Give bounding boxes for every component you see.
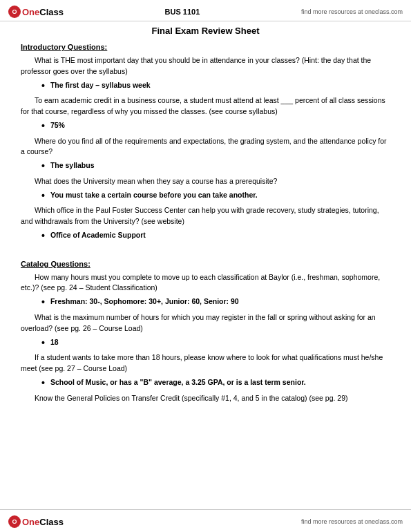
bullet-icon: •: [41, 120, 45, 132]
question-1: What is THE most important day that you …: [21, 55, 390, 77]
answer-3: • The syllabus: [41, 160, 390, 172]
footer-logo-class: Class: [39, 517, 64, 527]
page-header: O OneClass BUS 1101 find more resources …: [0, 0, 411, 21]
footer-link: find more resources at oneclass.com: [301, 518, 403, 525]
course-code: BUS 1101: [165, 8, 200, 16]
question-8: If a student wants to take more than 18 …: [21, 352, 390, 374]
logo-class: Class: [39, 7, 64, 17]
bullet-icon: •: [41, 160, 45, 172]
page-footer: O OneClass find more resources at onecla…: [0, 509, 411, 532]
logo-one: One: [22, 7, 39, 17]
section-heading-intro: Introductory Questions:: [21, 43, 390, 51]
bullet-icon: •: [41, 377, 45, 389]
answer-5: • Office of Academic Support: [41, 230, 390, 242]
answer-2: • 75%: [41, 120, 390, 132]
header-link: find more resources at oneclass.com: [301, 8, 403, 15]
question-9: Know the General Policies on Transfer Cr…: [21, 393, 390, 404]
question-6: How many hours must you complete to move…: [21, 272, 390, 294]
answer-8: • School of Music, or has a "B" average,…: [41, 377, 390, 389]
answer-6: • Freshman: 30-, Sophomore: 30+, Junior:…: [41, 296, 390, 308]
question-3: Where do you find all of the requirement…: [21, 136, 390, 158]
footer-logo: O OneClass: [8, 515, 64, 528]
question-7: What is the maximum number of hours for …: [21, 312, 390, 334]
question-5: Which office in the Paul Foster Success …: [21, 205, 390, 227]
bullet-icon: •: [41, 337, 45, 349]
logo: O OneClass: [8, 6, 64, 18]
main-content: Final Exam Review Sheet Introductory Que…: [0, 21, 411, 448]
answer-7: • 18: [41, 337, 390, 349]
question-4: What does the University mean when they …: [21, 176, 390, 187]
bullet-icon: •: [41, 230, 45, 242]
page-title: Final Exam Review Sheet: [21, 26, 390, 36]
bullet-icon: •: [41, 190, 45, 202]
logo-circle-icon: O: [8, 6, 21, 18]
answer-4: • You must take a certain course before …: [41, 190, 390, 202]
section-heading-catalog: Catalog Questions:: [21, 260, 390, 268]
bullet-icon: •: [41, 296, 45, 308]
question-2: To earn academic credit in a business co…: [21, 95, 390, 117]
footer-logo-circle-icon: O: [8, 515, 21, 528]
footer-logo-one: One: [22, 517, 39, 527]
bullet-icon: •: [41, 80, 45, 92]
answer-1: • The first day – syllabus week: [41, 80, 390, 92]
